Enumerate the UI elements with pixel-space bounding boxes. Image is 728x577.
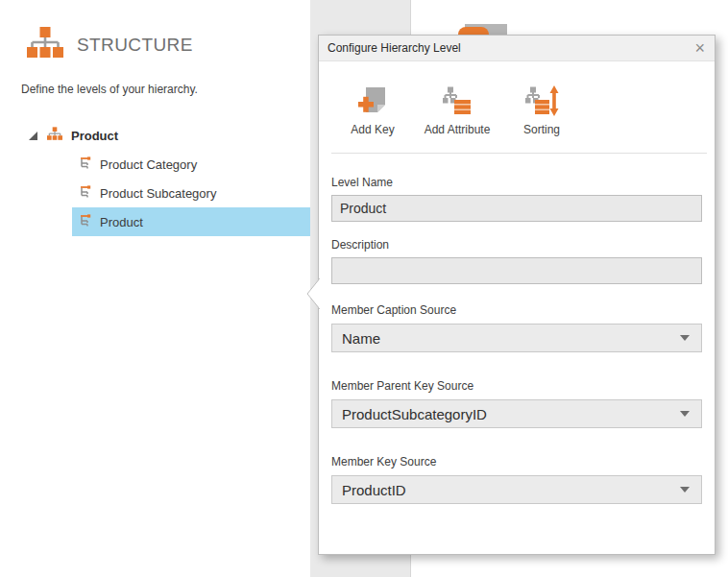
member-caption-source-label: Member Caption Source bbox=[331, 303, 702, 317]
dialog-form: Level Name Description Member Caption So… bbox=[319, 176, 715, 504]
structure-header: STRUCTURE bbox=[27, 27, 193, 63]
chevron-down-icon bbox=[680, 411, 690, 417]
tool-label: Add Key bbox=[351, 123, 394, 136]
dropdown-value: ProductID bbox=[342, 482, 406, 498]
hierarchy-level-icon bbox=[77, 212, 92, 231]
tool-label: Add Attribute bbox=[425, 123, 491, 136]
chevron-down-icon bbox=[680, 487, 690, 493]
tree-item-label: Product Category bbox=[100, 157, 197, 172]
dropdown-value: ProductSubcategoryID bbox=[342, 406, 487, 422]
description-input[interactable] bbox=[331, 257, 702, 284]
hierarchy-level-icon bbox=[77, 183, 92, 203]
member-parent-key-source-dropdown[interactable]: ProductSubcategoryID bbox=[331, 399, 702, 428]
tree-item-label: Product Subcategory bbox=[100, 186, 216, 201]
dropdown-value: Name bbox=[342, 330, 380, 347]
tree-item-product-category[interactable]: Product Category bbox=[72, 150, 310, 179]
tree-item-product-selected[interactable]: Product bbox=[72, 207, 310, 236]
configure-hierarchy-level-dialog: Configure Hierarchy Level × Add Key bbox=[318, 35, 716, 555]
tree-item-label: Product bbox=[100, 215, 143, 229]
member-key-source-label: Member Key Source bbox=[331, 455, 702, 469]
add-key-icon bbox=[356, 84, 389, 117]
obscured-icon-circle bbox=[458, 27, 489, 35]
hierarchy-level-icon bbox=[77, 155, 92, 174]
dialog-titlebar: Configure Hierarchy Level × bbox=[319, 36, 715, 61]
dialog-title: Configure Hierarchy Level bbox=[328, 41, 692, 55]
tool-label: Sorting bbox=[523, 123, 560, 136]
structure-mini-icon bbox=[47, 127, 62, 145]
obscured-background-icon bbox=[458, 24, 508, 35]
tree-root-label: Product bbox=[71, 129, 118, 143]
member-key-source-dropdown[interactable]: ProductID bbox=[331, 475, 702, 504]
tree-item-product-subcategory[interactable]: Product Subcategory bbox=[72, 179, 310, 207]
tree-root-product[interactable]: Product bbox=[0, 121, 310, 150]
description-label: Description bbox=[331, 238, 702, 252]
chevron-down-icon bbox=[680, 335, 690, 341]
level-name-input[interactable] bbox=[331, 195, 702, 222]
add-attribute-button[interactable]: Add Attribute bbox=[419, 84, 496, 136]
panel-subtitle: Define the levels of your hierarchy. bbox=[21, 83, 198, 96]
toolbar-separator bbox=[331, 153, 707, 154]
dialog-toolbar: Add Key Add Attribute bbox=[319, 61, 715, 136]
member-parent-key-source-label: Member Parent Key Source bbox=[331, 379, 702, 393]
add-key-button[interactable]: Add Key bbox=[334, 84, 411, 136]
level-name-label: Level Name bbox=[331, 176, 702, 189]
close-icon[interactable]: × bbox=[692, 40, 707, 56]
sorting-icon bbox=[523, 84, 560, 117]
add-attribute-icon bbox=[441, 84, 473, 117]
hierarchy-tree: Product Product Category Product Subcate… bbox=[0, 121, 310, 236]
structure-icon bbox=[27, 27, 63, 63]
sorting-button[interactable]: Sorting bbox=[503, 84, 580, 136]
member-caption-source-dropdown[interactable]: Name bbox=[331, 324, 702, 352]
page-title: STRUCTURE bbox=[77, 35, 193, 56]
popover-callout-arrow bbox=[306, 278, 320, 309]
expander-icon[interactable] bbox=[29, 132, 37, 140]
